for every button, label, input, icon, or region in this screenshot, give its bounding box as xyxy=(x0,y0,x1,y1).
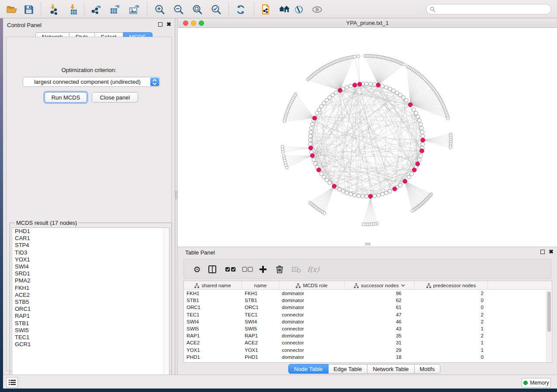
mcds-result-item[interactable]: PMA2 xyxy=(12,277,169,284)
table-cell: STB1 xyxy=(184,298,242,303)
tab-node-table[interactable]: Node Table xyxy=(288,364,329,374)
column-header[interactable]: MCDS role xyxy=(279,281,345,290)
mcds-result-item[interactable]: SWI5 xyxy=(12,327,169,334)
run-mcds-button[interactable]: Run MCDS xyxy=(45,92,87,103)
mcds-result-item[interactable]: SRD1 xyxy=(12,270,169,277)
table-row[interactable]: FKH1FKH1dominator962 xyxy=(184,290,552,297)
table-cell: SWI4 xyxy=(184,319,242,324)
column-label: predecessor nodes xyxy=(433,283,476,288)
folder-open-icon[interactable] xyxy=(6,3,18,16)
table-cell: 35 xyxy=(345,333,415,338)
home-icon[interactable] xyxy=(278,3,291,16)
zoom-fit-icon[interactable] xyxy=(191,3,204,16)
criterion-select[interactable]: largest connected component (undirected) xyxy=(23,77,160,87)
table-cell: 0 xyxy=(415,305,488,310)
mcds-list-scrollbar[interactable] xyxy=(163,228,169,382)
mcds-result-item[interactable]: FKH1 xyxy=(12,285,169,292)
network-document-icon[interactable] xyxy=(259,3,271,16)
canvas-splitter-grip[interactable] xyxy=(365,243,370,245)
table-cell: 46 xyxy=(345,319,415,324)
column-label: name xyxy=(254,283,267,288)
table-row[interactable]: ACE2ACE2connector311 xyxy=(184,339,552,346)
table-cell: SWI5 xyxy=(184,326,242,331)
column-header[interactable]: name xyxy=(242,281,279,290)
deselect-all-checkbox-icon[interactable] xyxy=(242,264,253,275)
mcds-result-item[interactable]: RAP1 xyxy=(12,313,169,320)
import-table-icon[interactable] xyxy=(67,3,79,16)
table-scrollbar-thumb[interactable] xyxy=(547,292,551,332)
close-panel-button[interactable]: Close panel xyxy=(92,92,138,103)
column-header[interactable]: successor nodes xyxy=(345,281,415,290)
network-canvas[interactable] xyxy=(178,28,557,247)
search-input[interactable] xyxy=(436,6,551,12)
tab-motifs[interactable]: Motifs xyxy=(415,364,441,374)
mcds-result-item[interactable]: YOX1 xyxy=(12,256,169,263)
select-all-checkbox-icon[interactable] xyxy=(225,264,236,275)
column-header[interactable]: shared name xyxy=(184,281,242,290)
search-field[interactable] xyxy=(426,4,551,14)
table-row[interactable]: RAP1RAP1dominator352 xyxy=(184,332,552,339)
table-cell: dominator xyxy=(279,354,345,360)
mcds-result-item[interactable]: ACE2 xyxy=(12,292,169,299)
eye-icon[interactable] xyxy=(311,3,323,16)
mcds-result-item[interactable]: STB5 xyxy=(12,299,169,306)
table-row[interactable]: SWI5SWI5connector431 xyxy=(184,325,552,332)
table-row[interactable]: YOX1YOX1connector291 xyxy=(184,347,552,354)
control-panel: Control Panel ✖ Network Style Select MCD… xyxy=(3,18,175,375)
table-row[interactable]: STB1STB1dominator620 xyxy=(184,297,552,304)
mcds-result-item[interactable]: STP4 xyxy=(12,242,169,249)
tab-network-table[interactable]: Network Table xyxy=(367,364,414,374)
table-cell: 62 xyxy=(345,298,415,303)
mcds-result-item[interactable]: GCR1 xyxy=(12,341,169,348)
table-cell: connector xyxy=(279,326,345,331)
float-table-panel-icon[interactable] xyxy=(540,250,545,254)
graphics-details-icon[interactable] xyxy=(293,3,305,16)
memory-button[interactable]: Memory xyxy=(522,378,551,388)
mcds-result-item[interactable]: PHD1 xyxy=(12,228,169,235)
zoom-in-icon[interactable] xyxy=(154,3,166,16)
trash-icon[interactable] xyxy=(275,264,284,275)
column-header[interactable]: predecessor nodes xyxy=(415,281,488,290)
column-label: successor nodes xyxy=(361,283,398,288)
refresh-layout-icon[interactable] xyxy=(235,3,247,16)
export-table-icon[interactable] xyxy=(109,3,121,16)
mcds-result-item[interactable]: TID3 xyxy=(12,249,169,256)
mcds-result-fieldset: MCDS result (17 nodes) PHD1CAR1STP4TID3Y… xyxy=(10,223,172,385)
table-cell: 0 xyxy=(415,298,488,303)
columns-icon[interactable] xyxy=(208,264,217,275)
column-type-icon xyxy=(194,283,199,288)
function-builder-icon[interactable]: f(x) xyxy=(307,264,320,275)
zoom-selected-icon[interactable] xyxy=(210,3,222,16)
table-row[interactable]: TEC1TEC1connector472 xyxy=(184,311,552,318)
add-column-icon[interactable] xyxy=(258,264,268,275)
table-panel: Table Panel ✖ ⚙ xyxy=(178,247,557,375)
table-row[interactable]: SWI4SWI4dominator462 xyxy=(184,318,552,325)
table-cell: dominator xyxy=(279,298,345,303)
tab-edge-table[interactable]: Edge Table xyxy=(329,364,368,374)
panel-splitter[interactable] xyxy=(175,18,178,375)
splitter-grip[interactable] xyxy=(175,191,177,199)
mcds-result-item[interactable]: TEC1 xyxy=(12,334,169,341)
mcds-result-item[interactable]: SWI4 xyxy=(12,263,169,270)
table-row[interactable]: PHD1PHD1dominator180 xyxy=(184,354,552,361)
delete-table-icon[interactable] xyxy=(291,264,301,275)
mcds-result-item[interactable]: STB1 xyxy=(12,320,169,327)
close-panel-icon[interactable]: ✖ xyxy=(166,22,171,27)
save-icon[interactable] xyxy=(23,3,35,16)
table-cell: 0 xyxy=(415,354,488,360)
export-image-icon[interactable] xyxy=(128,3,140,16)
table-row[interactable]: ORC1ORC1dominator610 xyxy=(184,304,552,311)
zoom-out-icon[interactable] xyxy=(173,3,185,16)
mcds-result-item[interactable]: ORC1 xyxy=(12,306,169,313)
close-table-panel-icon[interactable]: ✖ xyxy=(549,250,554,254)
table-cell: TEC1 xyxy=(242,312,279,317)
task-history-button[interactable] xyxy=(6,377,18,388)
table-cell: ACE2 xyxy=(242,340,279,345)
mcds-result-item[interactable]: CAR1 xyxy=(12,235,169,242)
export-network-icon[interactable] xyxy=(90,3,102,16)
gear-icon[interactable]: ⚙ xyxy=(192,264,202,275)
float-window-icon[interactable] xyxy=(158,22,163,27)
table-scrollbar[interactable] xyxy=(546,291,551,362)
table-cell: ORC1 xyxy=(184,305,242,310)
import-network-icon[interactable] xyxy=(48,3,60,16)
